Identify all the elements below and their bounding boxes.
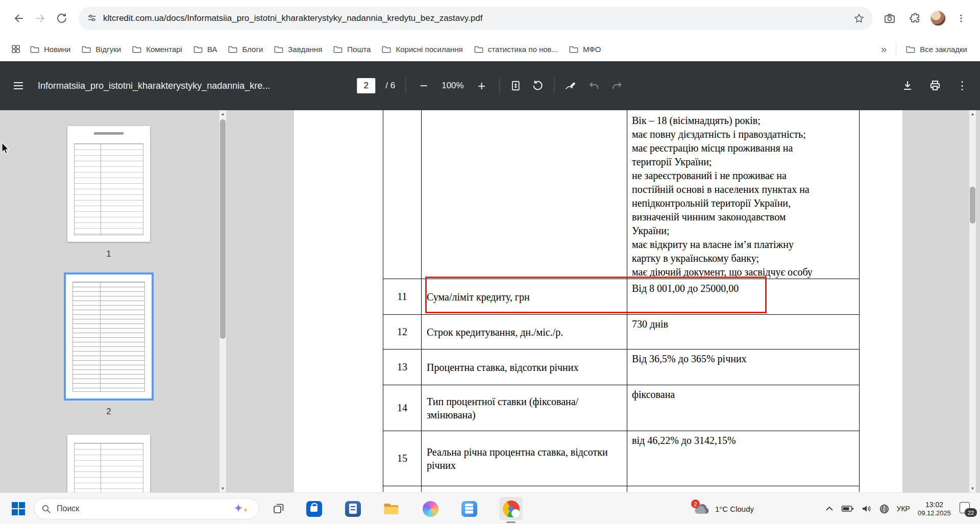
screenshot-camera-button[interactable] <box>879 8 900 29</box>
task-view-button[interactable] <box>268 498 289 519</box>
notepad-app-icon[interactable] <box>460 500 478 517</box>
row-value: Від 8 001,00 до 25000,00 <box>627 279 860 314</box>
scroll-down-arrow[interactable]: ▼ <box>219 485 226 492</box>
forward-button[interactable] <box>30 8 51 29</box>
scroll-up-arrow[interactable]: ▲ <box>219 110 226 118</box>
undo-button[interactable] <box>589 80 601 92</box>
weather-widget[interactable]: 2 1°C Cloudy <box>694 493 754 524</box>
bookmark-item[interactable]: Пошта <box>328 42 376 57</box>
bookmarks-overflow-button[interactable]: » <box>876 43 892 55</box>
bookmark-label: Завдання <box>288 45 322 54</box>
apps-grid-button[interactable] <box>7 40 24 58</box>
browser-toolbar: kltcredit.com.ua/docs/Informatsiia_pro_i… <box>0 0 980 37</box>
hamburger-menu-icon <box>12 80 24 92</box>
profile-avatar[interactable] <box>930 10 946 27</box>
folder-icon <box>383 502 400 516</box>
bookmark-item[interactable]: Завдання <box>268 42 328 57</box>
rotate-button[interactable] <box>532 80 544 92</box>
folder-icon <box>30 45 39 53</box>
all-bookmarks-button[interactable]: Все закладки <box>900 42 973 57</box>
bookmark-star-icon[interactable] <box>853 13 865 24</box>
bookmark-item[interactable]: Відгуки <box>76 42 127 57</box>
thumbnail-page-1[interactable] <box>67 126 150 242</box>
toolbar-divider <box>554 78 555 94</box>
zoom-level[interactable]: 100% <box>442 81 463 91</box>
calculator-app-icon[interactable] <box>344 500 361 517</box>
bookmark-item[interactable]: ВА <box>188 42 223 57</box>
row-number: 11 <box>383 279 422 314</box>
bookmark-item[interactable]: Коментарі <box>127 42 188 57</box>
redo-icon <box>611 80 623 92</box>
extensions-button[interactable] <box>904 8 926 29</box>
document-page: Вік – 18 (вісімнадцять) років; має повну… <box>294 110 902 492</box>
bookmark-label: МФО <box>583 45 601 54</box>
redo-button[interactable] <box>611 80 623 92</box>
table-row: 11 Сума/ліміт кредиту, грн Від 8 001,00 … <box>383 279 860 315</box>
pdf-sidebar-menu-button[interactable] <box>12 80 24 92</box>
puzzle-icon <box>909 12 921 24</box>
bookmark-label: статистика по нов... <box>488 45 558 54</box>
rotate-icon <box>532 80 544 92</box>
language-indicator[interactable]: УКР <box>897 505 910 513</box>
print-button[interactable] <box>929 80 941 92</box>
bookmark-item[interactable]: Блоги <box>223 42 268 57</box>
taskbar-clock[interactable]: 13:02 09.12.2025 <box>918 500 951 517</box>
toolbar-divider <box>500 78 500 94</box>
taskbar-search-box[interactable]: Поиск <box>34 498 259 519</box>
document-scrollbar[interactable]: ▲ ▼ <box>969 110 976 492</box>
row-label: Тип процентної ставки (фіксована/змінюва… <box>422 385 627 431</box>
bookmark-label: Блоги <box>242 45 263 54</box>
row-label: Строк кредитування, дн./міс./р. <box>422 315 627 349</box>
page-count-label: / 6 <box>385 81 395 91</box>
thumbnail-page-3[interactable] <box>67 435 150 492</box>
notification-center-button[interactable]: 22 <box>959 501 976 516</box>
network-globe-icon[interactable] <box>879 504 889 514</box>
bookmark-label: Новини <box>44 45 70 54</box>
url-bar[interactable]: kltcredit.com.ua/docs/Informatsiia_pro_i… <box>79 7 873 30</box>
bookmark-label: Коментарі <box>146 45 182 54</box>
weather-label: 1°C Cloudy <box>715 505 754 513</box>
pdf-viewer: 1 2 ▲ ▼ Вік – 18 (вісімнадцять) років; м… <box>0 110 980 492</box>
copilot-app-icon[interactable] <box>422 500 439 517</box>
file-explorer-icon[interactable] <box>383 500 400 517</box>
chrome-app-icon-active[interactable] <box>499 497 523 520</box>
search-label: Поиск <box>57 504 231 513</box>
battery-icon[interactable] <box>841 505 854 512</box>
zoom-out-button[interactable]: − <box>416 79 431 92</box>
annotate-button[interactable] <box>565 80 578 92</box>
chrome-logo-icon <box>503 501 520 517</box>
site-settings-tune-icon[interactable] <box>87 13 97 23</box>
bookmark-item[interactable]: статистика по нов... <box>469 42 564 57</box>
scrollbar-thumb[interactable] <box>970 187 975 223</box>
bookmark-item[interactable]: Корисні посилання <box>376 42 468 57</box>
scroll-down-arrow[interactable]: ▼ <box>969 485 976 492</box>
undo-icon <box>589 80 601 92</box>
toolbar-divider <box>405 78 406 94</box>
date-label: 09.12.2025 <box>918 509 951 517</box>
download-button[interactable] <box>901 80 914 92</box>
url-text[interactable]: kltcredit.com.ua/docs/Informatsiia_pro_i… <box>103 13 853 23</box>
reload-icon <box>56 12 68 24</box>
bookmark-label: Відгуки <box>95 45 121 54</box>
page-number-input[interactable]: 2 <box>357 78 375 93</box>
fit-page-button[interactable] <box>510 80 522 92</box>
bookmark-item[interactable]: Новини <box>24 42 76 57</box>
back-button[interactable] <box>8 8 30 29</box>
eligibility-cell: Вік – 18 (вісімнадцять) років; має повну… <box>627 110 860 279</box>
thumbnail-panel-scrollbar[interactable]: ▲ ▼ <box>219 110 226 492</box>
scroll-up-arrow[interactable]: ▲ <box>969 110 976 118</box>
store-app-icon[interactable] <box>305 500 323 517</box>
bookmark-item[interactable]: МФО <box>564 42 606 57</box>
notification-count-badge: 22 <box>965 508 977 517</box>
thumbnail-label: 1 <box>93 249 124 259</box>
thumbnail-page-2-selected[interactable] <box>66 275 152 398</box>
pdf-menu-button[interactable]: ⋮ <box>957 79 968 92</box>
zoom-in-button[interactable]: + <box>474 79 489 92</box>
start-button[interactable] <box>8 498 29 519</box>
browser-menu-button[interactable] <box>950 8 972 29</box>
scrollbar-thumb[interactable] <box>220 119 226 339</box>
pdf-document-title: Informatsiia_pro_istotni_kharakterystyky… <box>38 81 270 91</box>
hidden-icons-chevron[interactable] <box>825 506 834 511</box>
volume-icon[interactable] <box>862 505 872 513</box>
reload-button[interactable] <box>51 8 72 29</box>
